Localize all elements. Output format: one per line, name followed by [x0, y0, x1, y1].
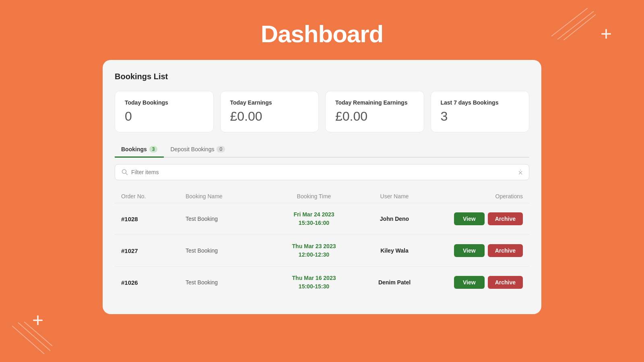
search-icon [122, 169, 128, 175]
col-header-booking-name: Booking Name [186, 193, 274, 200]
svg-line-5 [24, 322, 52, 346]
stat-remaining-value: £0.00 [335, 109, 414, 124]
stat-today-bookings-label: Today Bookings [125, 99, 204, 106]
user-name-1027: Kiley Wala [354, 247, 435, 254]
bookings-table: Order No. Booking Name Booking Time User… [115, 190, 529, 298]
card-title: Bookings List [115, 72, 529, 81]
table-header: Order No. Booking Name Booking Time User… [115, 190, 529, 203]
tab-bookings-label: Bookings [121, 146, 147, 152]
tab-deposit-badge: 0 [217, 146, 225, 152]
search-input[interactable] [131, 169, 515, 175]
col-header-booking-time: Booking Time [274, 193, 354, 200]
user-name-1028: John Deno [354, 216, 435, 222]
booking-time-1026-line1: Thu Mar 16 2023 [292, 275, 336, 281]
stats-row: Today Bookings 0 Today Earnings £0.00 To… [115, 91, 529, 132]
svg-line-1 [557, 11, 594, 39]
booking-time-1028: Fri Mar 24 2023 15:30-16:00 [274, 210, 354, 227]
deco-lines-bottom-left [12, 322, 52, 354]
booking-time-1027-line1: Thu Mar 23 2023 [292, 243, 336, 249]
col-header-operations: Operations [435, 193, 523, 200]
view-button-1026[interactable]: View [454, 276, 485, 289]
col-header-order: Order No. [121, 193, 186, 200]
order-no-1027: #1027 [121, 247, 186, 254]
order-no-1026: #1026 [121, 279, 186, 286]
archive-button-1028[interactable]: Archive [488, 212, 523, 225]
operations-1026: View Archive [435, 276, 523, 289]
stat-today-earnings-value: £0.00 [230, 109, 309, 124]
stat-today-bookings-value: 0 [125, 109, 204, 124]
archive-button-1027[interactable]: Archive [488, 244, 523, 257]
stat-last7days-value: 3 [441, 109, 520, 124]
order-no-1028: #1028 [121, 216, 186, 222]
col-header-user: User Name [354, 193, 435, 200]
tab-deposit-label: Deposit Bookings [170, 146, 214, 152]
stat-today-earnings-label: Today Earnings [230, 99, 309, 106]
table-row: #1027 Test Booking Thu Mar 23 2023 12:00… [115, 234, 529, 266]
search-bar: ⨰ [115, 164, 529, 180]
stat-today-bookings: Today Bookings 0 [115, 91, 214, 132]
deco-plus-top-right: + [601, 24, 612, 43]
booking-name-1026: Test Booking [186, 279, 274, 286]
user-name-1026: Denim Patel [354, 279, 435, 286]
booking-name-1027: Test Booking [186, 247, 274, 254]
search-clear-icon[interactable]: ⨰ [518, 169, 522, 176]
view-button-1028[interactable]: View [454, 212, 485, 225]
booking-time-1026-line2: 15:00-15:30 [299, 283, 329, 290]
booking-name-1028: Test Booking [186, 216, 274, 222]
stat-remaining-label: Today Remaining Earnings [335, 99, 414, 106]
booking-time-1028-line2: 15:30-16:00 [299, 220, 329, 226]
operations-1027: View Archive [435, 244, 523, 257]
tabs: Bookings 3 Deposit Bookings 0 [115, 142, 529, 158]
booking-time-1026: Thu Mar 16 2023 15:00-15:30 [274, 274, 354, 291]
booking-time-1028-line1: Fri Mar 24 2023 [293, 211, 334, 218]
stat-remaining-earnings: Today Remaining Earnings £0.00 [325, 91, 424, 132]
svg-line-0 [551, 8, 588, 36]
stat-today-earnings: Today Earnings £0.00 [220, 91, 319, 132]
tab-bookings[interactable]: Bookings 3 [115, 142, 164, 158]
tab-bookings-badge: 3 [149, 146, 158, 152]
table-row: #1026 Test Booking Thu Mar 16 2023 15:00… [115, 266, 529, 298]
booking-time-1027-line2: 12:00-12:30 [299, 251, 329, 258]
deco-lines-top-right [547, 8, 596, 40]
view-button-1027[interactable]: View [454, 244, 485, 257]
operations-1028: View Archive [435, 212, 523, 225]
svg-line-7 [126, 173, 128, 175]
stat-last7days: Last 7 days Bookings 3 [431, 91, 530, 132]
bookings-card: Bookings List Today Bookings 0 Today Ear… [103, 60, 541, 314]
booking-time-1027: Thu Mar 23 2023 12:00-12:30 [274, 242, 354, 259]
svg-line-4 [18, 323, 50, 351]
svg-line-2 [564, 14, 596, 40]
tab-deposit-bookings[interactable]: Deposit Bookings 0 [164, 142, 231, 158]
svg-line-3 [12, 326, 44, 354]
stat-last7days-label: Last 7 days Bookings [441, 99, 520, 106]
table-row: #1028 Test Booking Fri Mar 24 2023 15:30… [115, 203, 529, 234]
archive-button-1026[interactable]: Archive [488, 276, 523, 289]
